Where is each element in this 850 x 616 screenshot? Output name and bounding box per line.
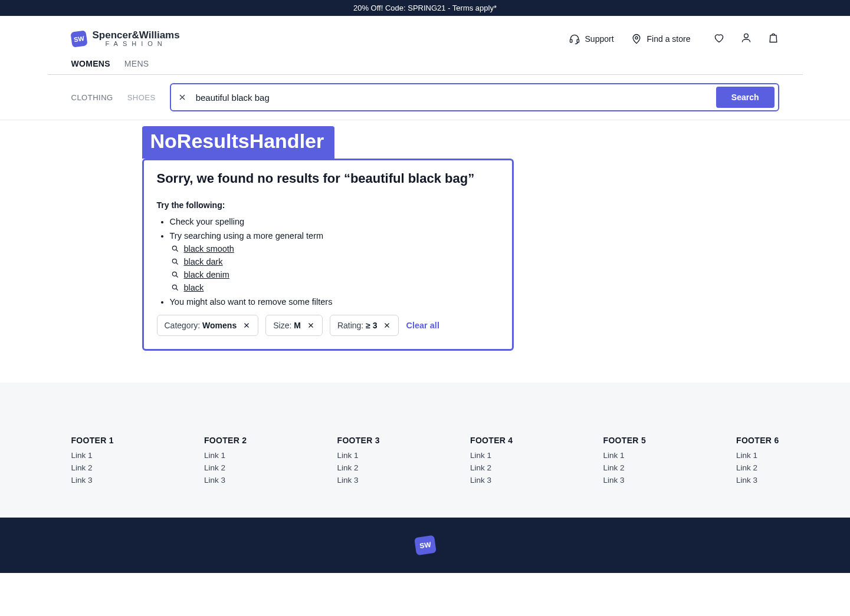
filter-chip-rating[interactable]: Rating: ≥ 3 [330, 315, 399, 336]
applied-filters: Category: Womens Size: M Rating: ≥ 3 Cle… [157, 315, 499, 336]
heading-prefix: Sorry, we found no results for “ [157, 171, 350, 186]
account-button[interactable] [740, 32, 752, 45]
nav-clothing[interactable]: CLOTHING [71, 93, 113, 102]
try-following-label: Try the following: [157, 200, 499, 210]
search-box: Search [170, 83, 779, 111]
header-icon-buttons [713, 32, 779, 45]
support-label: Support [585, 34, 614, 44]
search-icon [171, 271, 179, 279]
footer-brand-badge: SW [414, 535, 437, 555]
footer-link[interactable]: Link 2 [736, 463, 779, 472]
footer-col-1: FOOTER 1 Link 1 Link 2 Link 3 [71, 436, 114, 488]
cart-button[interactable] [767, 32, 779, 45]
search-icon [171, 258, 179, 266]
footer-columns: FOOTER 1 Link 1 Link 2 Link 3 FOOTER 2 L… [48, 436, 803, 488]
filter-chip-category[interactable]: Category: Womens [157, 315, 259, 336]
headset-icon [569, 33, 580, 45]
footer-link[interactable]: Link 3 [71, 476, 114, 485]
svg-point-5 [172, 259, 176, 263]
promo-bar: 20% Off! Code: SPRING21 - Terms apply* [0, 0, 850, 16]
search-input[interactable] [193, 88, 710, 107]
footer-col-5: FOOTER 5 Link 1 Link 2 Link 3 [603, 436, 646, 488]
shopping-bag-icon [767, 32, 779, 44]
suggestion-link[interactable]: black [184, 283, 204, 292]
footer-link[interactable]: Link 1 [736, 451, 779, 460]
suggestion-link[interactable]: black dark [184, 257, 223, 266]
footer-link[interactable]: Link 3 [204, 476, 247, 485]
suggestion-item: black smooth [171, 244, 499, 253]
brand-logo[interactable]: SW Spencer&Williams FASHION [71, 30, 180, 47]
tab-womens[interactable]: WOMENS [71, 53, 110, 74]
search-button[interactable]: Search [716, 87, 774, 108]
svg-point-2 [635, 37, 637, 39]
footer-link[interactable]: Link 2 [603, 463, 646, 472]
footer-link[interactable]: Link 1 [470, 451, 513, 460]
suggestion-list: black smooth black dark black denim [170, 244, 499, 292]
no-results-card: Sorry, we found no results for “beautifu… [142, 159, 514, 351]
filter-label: Rating: [337, 321, 363, 330]
footer-link[interactable]: Link 3 [603, 476, 646, 485]
footer-col-4: FOOTER 4 Link 1 Link 2 Link 3 [470, 436, 513, 488]
svg-rect-0 [570, 39, 572, 42]
footer-title: FOOTER 5 [603, 436, 646, 445]
tab-mens[interactable]: MENS [124, 53, 149, 74]
svg-point-6 [172, 272, 176, 276]
footer-title: FOOTER 6 [736, 436, 779, 445]
filter-value: M [294, 321, 301, 330]
suggestion-item: black denim [171, 270, 499, 279]
suggestion-item: black [171, 283, 499, 292]
location-pin-icon [631, 33, 642, 45]
suggestion-link[interactable]: black denim [184, 270, 229, 279]
brand-name: Spencer&Williams [93, 30, 180, 41]
no-results-heading: Sorry, we found no results for “beautifu… [157, 171, 499, 186]
footer-link[interactable]: Link 2 [470, 463, 513, 472]
footer-link[interactable]: Link 3 [736, 476, 779, 485]
footer-link[interactable]: Link 1 [204, 451, 247, 460]
find-store-link[interactable]: Find a store [631, 33, 691, 45]
footer: FOOTER 1 Link 1 Link 2 Link 3 FOOTER 2 L… [0, 383, 850, 518]
footer-col-2: FOOTER 2 Link 1 Link 2 Link 3 [204, 436, 247, 488]
footer-title: FOOTER 3 [337, 436, 380, 445]
gender-tabs: WOMENS MENS [48, 53, 803, 75]
filter-value: ≥ 3 [366, 321, 377, 330]
tip-remove-filters: You might also want to remove some filte… [170, 297, 499, 307]
search-row: CLOTHING SHOES Search [48, 75, 803, 120]
search-icon [171, 245, 179, 253]
footer-link[interactable]: Link 2 [337, 463, 380, 472]
promo-text: 20% Off! Code: SPRING21 - Terms apply* [353, 4, 497, 12]
suggestion-item: black dark [171, 257, 499, 266]
svg-rect-1 [577, 39, 579, 42]
tips-list: Check your spelling Try searching using … [157, 217, 499, 307]
footer-link[interactable]: Link 2 [71, 463, 114, 472]
footer-title: FOOTER 2 [204, 436, 247, 445]
close-icon [383, 321, 391, 330]
footer-link[interactable]: Link 1 [337, 451, 380, 460]
svg-point-4 [172, 246, 176, 251]
wishlist-button[interactable] [713, 32, 725, 45]
footer-link[interactable]: Link 3 [337, 476, 380, 485]
svg-point-7 [172, 285, 176, 289]
suggestion-link[interactable]: black smooth [184, 244, 234, 253]
footer-link[interactable]: Link 1 [603, 451, 646, 460]
main-content: NoResultsHandler Sorry, we found no resu… [48, 120, 803, 368]
footer-link[interactable]: Link 1 [71, 451, 114, 460]
clear-search-button[interactable] [177, 92, 188, 103]
footer-col-6: FOOTER 6 Link 1 Link 2 Link 3 [736, 436, 779, 488]
header-actions: Support Find a store [569, 32, 779, 45]
footer-link[interactable]: Link 3 [470, 476, 513, 485]
clear-all-filters[interactable]: Clear all [406, 321, 439, 330]
widget-title-badge: NoResultsHandler [142, 126, 335, 159]
nav-shoes[interactable]: SHOES [127, 93, 156, 102]
search-icon [171, 284, 179, 292]
no-results-widget: NoResultsHandler Sorry, we found no resu… [142, 126, 779, 351]
svg-point-3 [744, 34, 748, 38]
support-link[interactable]: Support [569, 33, 614, 45]
close-icon [307, 321, 315, 330]
footer-link[interactable]: Link 2 [204, 463, 247, 472]
header: SW Spencer&Williams FASHION Support Find… [48, 16, 803, 53]
brand-badge: SW [70, 30, 87, 47]
brand-subtitle: FASHION [93, 41, 180, 48]
footer-bottom: SW [0, 518, 850, 573]
brand-text: Spencer&Williams FASHION [93, 30, 180, 47]
filter-chip-size[interactable]: Size: M [265, 315, 323, 336]
